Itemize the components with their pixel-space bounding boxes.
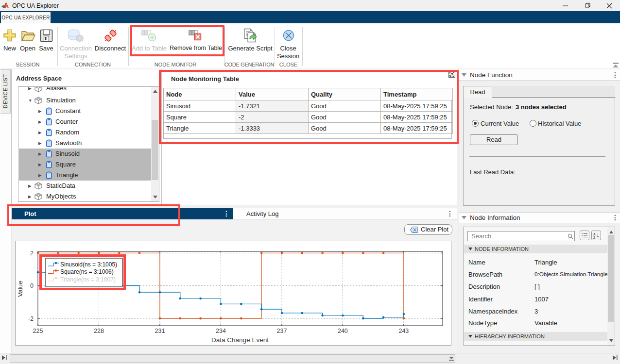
svg-text:225: 225 [33,328,43,334]
svg-text:237: 237 [277,328,287,334]
svg-text:-2: -2 [28,315,34,322]
svg-text:240: 240 [338,328,348,334]
svg-text:Value: Value [17,281,24,297]
svg-text:243: 243 [398,328,409,334]
svg-text:2: 2 [30,250,34,257]
svg-text:231: 231 [155,328,165,334]
svg-text:Data Change Event: Data Change Event [211,336,269,344]
svg-text:0: 0 [30,282,34,289]
svg-text:A: A [593,232,596,236]
svg-text:Z: Z [593,236,595,239]
svg-text:228: 228 [94,328,104,334]
svg-text:234: 234 [216,328,226,334]
